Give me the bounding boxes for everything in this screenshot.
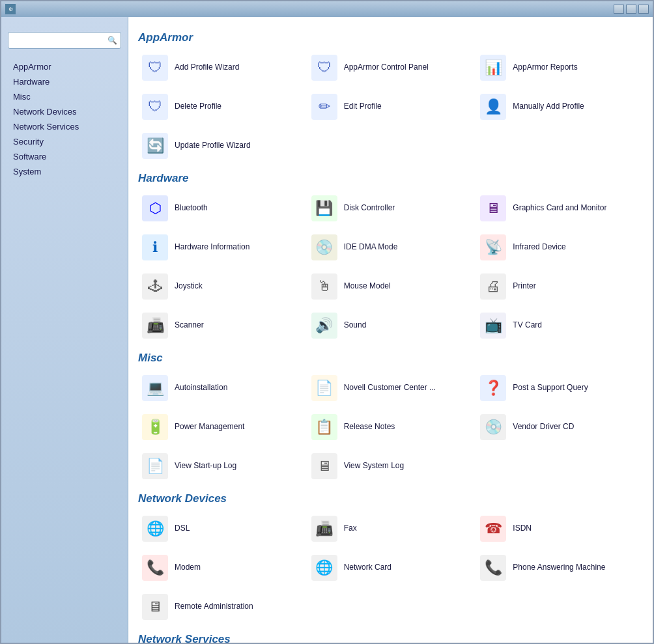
- item-graphics-card[interactable]: 🖥Graphics Card and Monitor: [476, 190, 643, 227]
- icon-bluetooth: ⬡: [142, 195, 168, 221]
- item-novell-customer-center[interactable]: 📄Novell Customer Center ...: [307, 370, 474, 406]
- label-disk-controller: Disk Controller: [344, 203, 395, 214]
- label-infrared-device: Infrared Device: [513, 242, 565, 253]
- label-graphics-card: Graphics Card and Monitor: [513, 203, 606, 214]
- sidebar-item-misc[interactable]: Misc: [8, 89, 121, 104]
- item-remote-administration[interactable]: 🖥Remote Administration: [138, 589, 305, 625]
- sidebar-item-hardware[interactable]: Hardware: [8, 74, 121, 89]
- item-post-support-query[interactable]: ❓Post a Support Query: [476, 370, 643, 406]
- item-printer[interactable]: 🖨Printer: [476, 268, 643, 305]
- section-grid-misc: 💻Autoinstallation📄Novell Customer Center…: [138, 370, 643, 484]
- item-add-profile-wizard[interactable]: 🛡Add Profile Wizard: [138, 49, 305, 86]
- item-apparmor-reports[interactable]: 📊AppArmor Reports: [476, 49, 643, 86]
- item-disk-controller[interactable]: 💾Disk Controller: [307, 190, 474, 227]
- sidebar-items-list: AppArmorHardwareMiscNetwork DevicesNetwo…: [8, 59, 121, 179]
- item-phone-answering[interactable]: 📞Phone Answering Machine: [476, 550, 643, 586]
- item-sound[interactable]: 🔊Sound: [307, 307, 474, 344]
- sidebar-item-network-devices[interactable]: Network Devices: [8, 104, 121, 119]
- item-ide-dma-mode[interactable]: 💿IDE DMA Mode: [307, 229, 474, 266]
- icon-modem: 📞: [142, 555, 168, 581]
- window-icon: ⚙: [5, 4, 16, 14]
- section-grid-hardware: ⬡Bluetooth💾Disk Controller🖥Graphics Card…: [138, 190, 643, 344]
- icon-apparmor-reports: 📊: [480, 55, 506, 81]
- icon-release-notes: 📋: [311, 414, 337, 440]
- icon-tv-card: 📺: [480, 313, 506, 339]
- icon-post-support-query: ❓: [480, 375, 506, 401]
- item-power-management[interactable]: 🔋Power Management: [138, 409, 305, 445]
- item-release-notes[interactable]: 📋Release Notes: [307, 409, 474, 445]
- label-update-profile-wizard: Update Profile Wizard: [175, 141, 251, 151]
- item-view-startup-log[interactable]: 📄View Start-up Log: [138, 448, 305, 484]
- label-sound: Sound: [344, 320, 367, 331]
- label-apparmor-reports: AppArmor Reports: [513, 63, 577, 73]
- icon-scanner: 📠: [142, 313, 168, 339]
- item-scanner[interactable]: 📠Scanner: [138, 307, 305, 344]
- item-bluetooth[interactable]: ⬡Bluetooth: [138, 190, 305, 227]
- section-title-network-services: Network Services: [138, 633, 643, 643]
- label-hardware-information: Hardware Information: [175, 242, 249, 253]
- search-input[interactable]: [8, 32, 121, 49]
- sidebar-item-security[interactable]: Security: [8, 134, 121, 149]
- label-apparmor-control-panel: AppArmor Control Panel: [344, 63, 429, 73]
- item-network-card[interactable]: 🌐Network Card: [307, 550, 474, 586]
- section-network-services: Network Services🌐DNS and Hostname🖥Hostna…: [138, 633, 643, 643]
- icon-printer: 🖨: [480, 273, 506, 300]
- label-tv-card: TV Card: [513, 320, 542, 331]
- section-hardware: Hardware⬡Bluetooth💾Disk Controller🖥Graph…: [138, 172, 643, 344]
- item-mouse-model[interactable]: 🖱Mouse Model: [307, 268, 474, 305]
- sidebar-item-software[interactable]: Software: [8, 149, 121, 164]
- item-hardware-information[interactable]: ℹHardware Information: [138, 229, 305, 266]
- minimize-button[interactable]: [614, 5, 624, 14]
- label-add-profile-wizard: Add Profile Wizard: [175, 63, 239, 73]
- item-dsl[interactable]: 🌐DSL: [138, 511, 305, 547]
- item-autoinstallation[interactable]: 💻Autoinstallation: [138, 370, 305, 406]
- icon-view-startup-log: 📄: [142, 453, 168, 479]
- icon-delete-profile: 🛡: [142, 94, 168, 120]
- item-vendor-driver-cd[interactable]: 💿Vendor Driver CD: [476, 409, 643, 445]
- label-isdn: ISDN: [513, 524, 532, 534]
- icon-mouse-model: 🖱: [311, 273, 337, 300]
- icon-apparmor-control-panel: 🛡: [311, 55, 337, 81]
- item-modem[interactable]: 📞Modem: [138, 550, 305, 586]
- icon-infrared-device: 📡: [480, 234, 506, 260]
- label-power-management: Power Management: [175, 422, 244, 432]
- item-apparmor-control-panel[interactable]: 🛡AppArmor Control Panel: [307, 49, 474, 86]
- sidebar-item-apparmor[interactable]: AppArmor: [8, 59, 121, 74]
- item-fax[interactable]: 📠Fax: [307, 511, 474, 547]
- icon-dsl: 🌐: [142, 516, 168, 542]
- label-ide-dma-mode: IDE DMA Mode: [344, 242, 398, 253]
- icon-vendor-driver-cd: 💿: [480, 414, 506, 440]
- item-update-profile-wizard[interactable]: 🔄Update Profile Wizard: [138, 128, 305, 164]
- item-edit-profile[interactable]: ✏Edit Profile: [307, 89, 474, 125]
- item-infrared-device[interactable]: 📡Infrared Device: [476, 229, 643, 266]
- item-view-system-log[interactable]: 🖥View System Log: [307, 448, 474, 484]
- sidebar-item-network-services[interactable]: Network Services: [8, 119, 121, 134]
- close-button[interactable]: [638, 5, 649, 14]
- icon-edit-profile: ✏: [311, 94, 337, 120]
- label-joystick: Joystick: [175, 281, 203, 292]
- section-title-network-devices: Network Devices: [138, 492, 643, 505]
- icon-autoinstallation: 💻: [142, 375, 168, 401]
- section-apparmor: AppArmor🛡Add Profile Wizard🛡AppArmor Con…: [138, 31, 643, 164]
- label-scanner: Scanner: [175, 320, 204, 331]
- icon-ide-dma-mode: 💿: [311, 234, 337, 260]
- search-icon: 🔍: [107, 36, 117, 45]
- label-bluetooth: Bluetooth: [175, 203, 208, 214]
- icon-fax: 📠: [311, 516, 337, 542]
- item-manually-add-profile[interactable]: 👤Manually Add Profile: [476, 89, 643, 125]
- sidebar-item-system[interactable]: System: [8, 164, 121, 179]
- item-isdn[interactable]: ☎ISDN: [476, 511, 643, 547]
- label-release-notes: Release Notes: [344, 422, 395, 432]
- label-remote-administration: Remote Administration: [175, 602, 253, 612]
- label-modem: Modem: [175, 563, 201, 573]
- sidebar: 🔍 AppArmorHardwareMiscNetwork DevicesNet…: [1, 17, 128, 643]
- label-autoinstallation: Autoinstallation: [175, 383, 227, 393]
- icon-isdn: ☎: [480, 516, 506, 542]
- restore-button[interactable]: [626, 5, 636, 14]
- label-phone-answering: Phone Answering Machine: [513, 563, 605, 573]
- item-tv-card[interactable]: 📺TV Card: [476, 307, 643, 344]
- section-grid-apparmor: 🛡Add Profile Wizard🛡AppArmor Control Pan…: [138, 49, 643, 164]
- item-joystick[interactable]: 🕹Joystick: [138, 268, 305, 305]
- item-delete-profile[interactable]: 🛡Delete Profile: [138, 89, 305, 125]
- label-view-startup-log: View Start-up Log: [175, 461, 236, 471]
